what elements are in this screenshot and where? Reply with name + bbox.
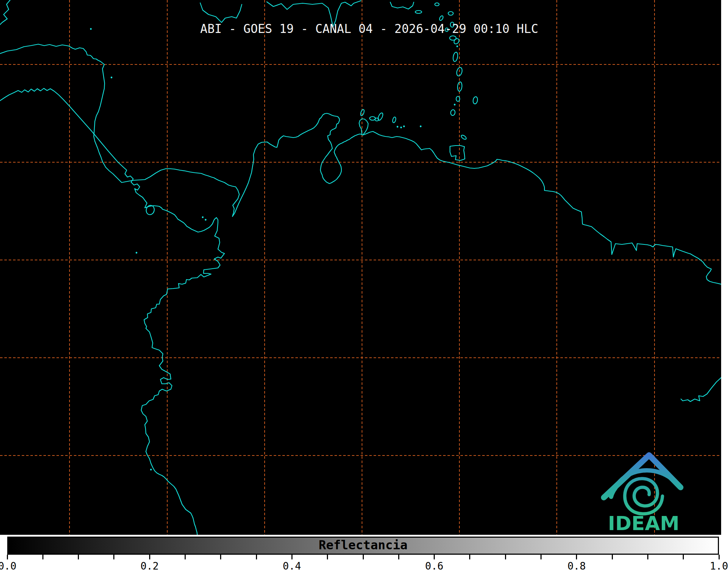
island-outline	[370, 117, 375, 120]
latlon-grid	[0, 0, 721, 535]
islet-dot	[136, 252, 138, 254]
colorbar-tick	[540, 555, 542, 559]
islet-dot	[403, 126, 405, 127]
map-canvas: IDEAM	[0, 0, 721, 535]
colorbar-tick	[398, 555, 399, 559]
colorbar-tick	[612, 555, 613, 559]
colorbar-tick	[185, 555, 186, 559]
colorbar-tick	[647, 555, 648, 559]
colorbar-tick	[291, 555, 293, 559]
colorbar-tick	[78, 555, 79, 559]
logo-wordmark: IDEAM	[608, 512, 679, 535]
colorbar-tick-label: 0.4	[283, 560, 301, 571]
colorbar-tick-label: 1.0	[710, 560, 728, 571]
colorbar-panel: Reflectancia 0.00.20.40.60.81.0	[0, 535, 728, 571]
islet-dot	[397, 126, 399, 128]
island-outline	[453, 38, 460, 45]
colorbar-tick-label: 0.8	[568, 560, 586, 571]
islet-dot	[202, 217, 204, 218]
islet-dot	[420, 126, 422, 127]
ideam-logo: IDEAM	[604, 455, 681, 535]
logo-hurricane-spiral-icon	[625, 479, 662, 514]
satellite-map: IDEAM ABI - GOES 19 - CANAL 04 - 2026-04…	[0, 0, 721, 535]
islet-dot	[111, 77, 113, 79]
island-outline	[439, 15, 444, 21]
coastline-path	[681, 378, 721, 402]
islet-dot	[90, 28, 92, 30]
colorbar-tick	[505, 555, 506, 559]
image-title: ABI - GOES 19 - CANAL 04 - 2026-04-29 00…	[200, 22, 538, 36]
colorbar-tick	[149, 555, 150, 559]
colorbar-tick	[363, 555, 364, 559]
coastline-path	[450, 146, 465, 160]
colorbar-tick	[113, 555, 114, 559]
coastline-path	[390, 2, 414, 9]
colorbar-tick-label: 0.6	[425, 560, 443, 571]
island-outline	[472, 96, 478, 104]
island-outline	[360, 109, 365, 116]
coastlines	[0, 0, 721, 535]
reflectance-colorbar: Reflectancia	[7, 537, 719, 555]
island-outline	[435, 3, 439, 6]
coastline-path	[0, 44, 721, 284]
colorbar-tick	[327, 555, 328, 559]
coastline-path	[0, 88, 224, 535]
colorbar-tick	[434, 555, 435, 559]
colorbar-tick-label: 0.2	[140, 560, 159, 571]
island-outline	[448, 12, 453, 15]
colorbar-tick-label: 0.0	[0, 560, 16, 571]
islet-dot	[400, 127, 402, 129]
islet-dot	[454, 104, 456, 106]
island-outline	[453, 52, 458, 62]
colorbar-tick	[7, 555, 8, 559]
islet-dot	[150, 469, 152, 471]
colorbar-tick	[42, 555, 43, 559]
islet-dot	[456, 46, 458, 47]
colorbar-label: Reflectancia	[319, 538, 408, 552]
coastline-path	[200, 3, 242, 22]
colorbar-tick	[220, 555, 221, 559]
colorbar-tick	[719, 555, 720, 559]
colorbar-tick	[469, 555, 470, 559]
island-outline	[456, 96, 460, 101]
island-outline	[450, 109, 456, 116]
colorbar-tick	[256, 555, 257, 559]
islet-dot	[205, 219, 207, 221]
island-outline	[460, 134, 467, 140]
colorbar-tick	[683, 555, 684, 559]
island-outline	[377, 112, 384, 121]
island-outline	[392, 117, 396, 123]
island-outline	[415, 11, 422, 13]
colorbar-tick	[576, 555, 577, 559]
coastline-path	[0, 0, 10, 25]
